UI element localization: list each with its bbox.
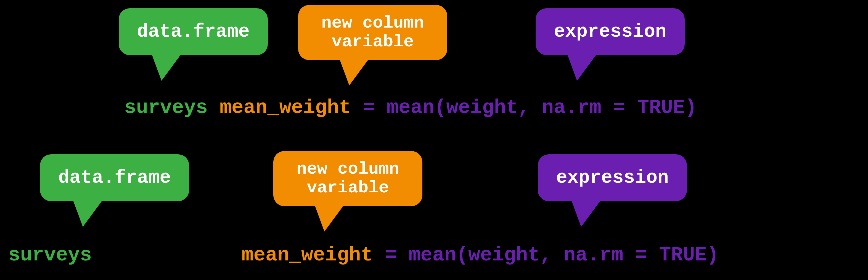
bubble-newcol-2-tail <box>315 205 344 232</box>
code1-surveys: surveys <box>124 97 220 119</box>
bubble-expression-2-label: expression <box>556 168 669 188</box>
bubble-newcol-1: new column variable <box>298 5 447 60</box>
bubble-expression-1: expression <box>536 8 685 55</box>
code1-equals: = <box>351 97 387 119</box>
code2-equals: = <box>373 244 409 267</box>
bubble-newcol-1-tail <box>340 59 369 85</box>
code1-meanweight: mean_weight <box>220 97 351 119</box>
bubble-expression-1-tail <box>567 55 596 81</box>
bubble-dataframe-1-tail <box>152 55 181 81</box>
bubble-newcol-2-label: new column variable <box>297 160 399 197</box>
bubble-dataframe-2: data.frame <box>40 154 189 201</box>
code-row-2-rest: mean_weight = mean(weight, na.rm = TRUE) <box>242 244 719 267</box>
bubble-expression-1-label: expression <box>554 22 666 42</box>
bubble-dataframe-2-tail <box>73 201 102 227</box>
code-row-2-surveys: surveys <box>8 244 92 267</box>
code2-meanweight: mean_weight <box>242 244 373 267</box>
code-row-1: surveys mean_weight = mean(weight, na.rm… <box>124 97 697 119</box>
bubble-dataframe-2-label: data.frame <box>58 168 171 188</box>
bubble-newcol-2: new column variable <box>273 151 423 206</box>
code1-expr: mean(weight, na.rm = TRUE) <box>387 97 697 119</box>
bubble-expression-2: expression <box>538 154 687 201</box>
code2-expr: mean(weight, na.rm = TRUE) <box>409 244 719 267</box>
code2-surveys: surveys <box>8 244 92 267</box>
bubble-dataframe-1: data.frame <box>119 8 268 55</box>
bubble-expression-2-tail <box>571 201 600 227</box>
bubble-dataframe-1-label: data.frame <box>137 22 250 42</box>
bubble-newcol-1-label: new column variable <box>321 14 424 51</box>
